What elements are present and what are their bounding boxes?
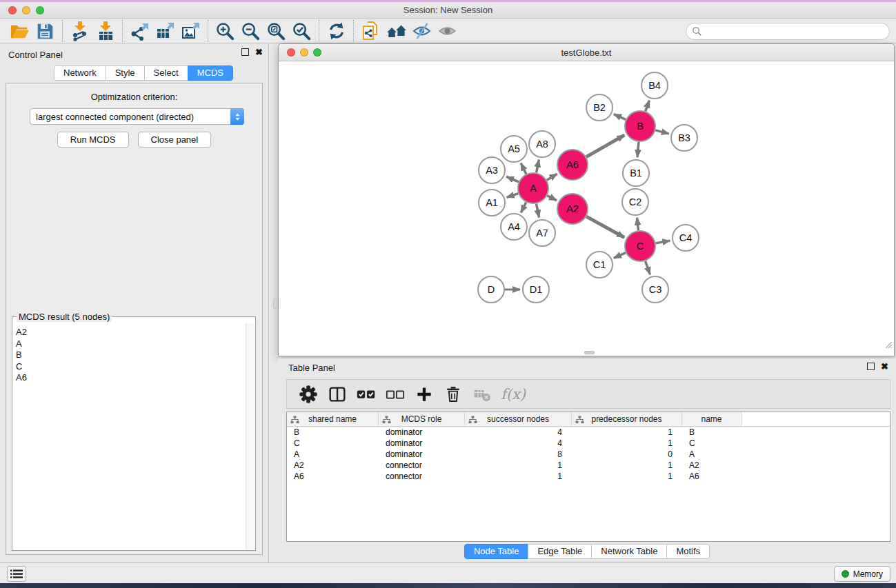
save-session-button[interactable] [32, 20, 58, 42]
export-network-button[interactable] [127, 20, 152, 42]
result-item[interactable]: A2 [14, 327, 244, 338]
search-input[interactable] [702, 25, 889, 39]
cell[interactable]: A [287, 449, 379, 460]
cell[interactable]: A6 [287, 471, 379, 482]
cell[interactable]: dominator [379, 427, 465, 438]
tab-edge-table[interactable]: Edge Table [528, 544, 592, 559]
graph-edge-A-A2[interactable] [547, 196, 557, 201]
deselect-all-button[interactable] [382, 383, 408, 406]
graph-node-A8[interactable]: A8 [529, 131, 555, 157]
cell[interactable]: A [682, 449, 741, 460]
cell[interactable]: C [682, 438, 741, 449]
graph-node-A[interactable]: A [518, 173, 548, 203]
network-canvas[interactable]: AA1A3A5A8A4A7A6A2BB1B2B3B4CC1C2C3C4DD1 [279, 62, 893, 349]
graph-node-C2[interactable]: C2 [622, 189, 648, 215]
graph-edge-A-A1[interactable] [507, 194, 519, 198]
result-list-scrollbar[interactable] [246, 323, 255, 549]
zoom-out-button[interactable] [238, 20, 263, 42]
tab-node-table[interactable]: Node Table [464, 544, 529, 559]
import-network-button[interactable] [67, 20, 92, 42]
graph-edge-B-B4[interactable] [646, 101, 650, 112]
network-graph[interactable]: AA1A3A5A8A4A7A6A2BB1B2B3B4CC1C2C3C4DD1 [279, 62, 893, 349]
close-table-panel-icon[interactable]: ✖ [881, 363, 888, 370]
column-header-MCDS-role[interactable]: MCDS role [379, 412, 465, 426]
clone-network-button[interactable] [358, 20, 384, 42]
graph-edge-A2-C[interactable] [586, 216, 624, 237]
cell[interactable]: A6 [682, 471, 741, 482]
float-panel-icon[interactable] [241, 48, 249, 56]
graph-node-A4[interactable]: A4 [501, 214, 527, 240]
graph-node-B3[interactable]: B3 [671, 125, 697, 151]
show-graphics-details-button[interactable] [435, 20, 460, 42]
graph-edge-B-B3[interactable] [655, 130, 669, 134]
task-history-button[interactable] [7, 566, 26, 582]
table-row[interactable]: A6connector11A6 [287, 471, 890, 482]
open-session-button[interactable] [7, 20, 32, 42]
graph-node-C4[interactable]: C4 [673, 225, 699, 251]
tab-motifs[interactable]: Motifs [666, 544, 710, 559]
cell[interactable]: 1 [572, 460, 682, 471]
graph-node-C1[interactable]: C1 [586, 252, 613, 278]
tab-style[interactable]: Style [106, 65, 145, 81]
cell[interactable]: 4 [465, 427, 572, 438]
graph-edge-C-C1[interactable] [614, 253, 626, 258]
graph-edge-A-A8[interactable] [537, 160, 539, 173]
table-row[interactable]: A2connector11A2 [287, 460, 890, 471]
table-row[interactable]: Adominator80A [287, 449, 890, 460]
column-header-successor-nodes[interactable]: successor nodes [465, 412, 572, 426]
tab-select[interactable]: Select [144, 65, 188, 81]
cell[interactable]: 4 [465, 438, 572, 449]
function-builder-button[interactable]: f(x) [501, 386, 526, 403]
close-panel-button[interactable]: Close panel [138, 132, 212, 148]
graph-node-C3[interactable]: C3 [642, 276, 668, 303]
cell[interactable]: 1 [572, 471, 682, 482]
delete-row-button[interactable] [440, 383, 466, 406]
graph-edge-A-A3[interactable] [506, 176, 519, 182]
zoom-selected-button[interactable] [289, 20, 315, 42]
graph-edge-B-B1[interactable] [637, 142, 639, 157]
cell[interactable]: 1 [572, 438, 682, 449]
graph-node-D1[interactable]: D1 [523, 276, 549, 303]
graph-node-A6[interactable]: A6 [557, 150, 588, 180]
cell[interactable]: B [287, 427, 379, 438]
graph-node-A7[interactable]: A7 [529, 220, 555, 246]
memory-button[interactable]: Memory [834, 566, 890, 582]
graph-node-A2[interactable]: A2 [557, 194, 588, 224]
zoom-fit-button[interactable] [263, 20, 289, 42]
graph-edge-A-A5[interactable] [521, 163, 526, 174]
show-columns-button[interactable] [324, 383, 350, 406]
export-image-button[interactable] [178, 20, 203, 42]
result-item[interactable]: A6 [14, 372, 244, 384]
cell[interactable]: connector [379, 460, 465, 471]
graph-edge-C-C4[interactable] [656, 241, 670, 243]
cell[interactable]: 1 [572, 427, 682, 438]
export-table-button[interactable] [152, 20, 178, 42]
graph-edge-A-A6[interactable] [547, 174, 557, 180]
cell[interactable]: connector [379, 471, 465, 482]
table-row[interactable]: Cdominator41C [287, 438, 890, 449]
import-table-button[interactable] [92, 20, 118, 42]
table-settings-button[interactable] [295, 383, 321, 406]
cell[interactable]: C [287, 438, 379, 449]
cell[interactable]: dominator [379, 438, 465, 449]
cell[interactable]: A2 [287, 460, 379, 471]
graph-node-A5[interactable]: A5 [501, 136, 527, 162]
float-table-panel-icon[interactable] [867, 363, 875, 370]
result-item[interactable]: A [14, 338, 244, 350]
result-item[interactable]: B [14, 349, 244, 361]
network-vertical-scrollbar[interactable] [273, 298, 277, 309]
cell[interactable]: 1 [465, 460, 572, 471]
zoom-in-button[interactable] [212, 20, 238, 42]
result-item[interactable]: C [14, 361, 244, 373]
column-header-predecessor-nodes[interactable]: predecessor nodes [572, 412, 682, 426]
close-panel-icon[interactable]: ✖ [255, 48, 263, 56]
cell[interactable]: dominator [379, 449, 465, 460]
tab-network-table[interactable]: Network Table [591, 544, 667, 559]
graph-node-D[interactable]: D [478, 276, 504, 303]
criterion-select[interactable]: largest connected component (directed) [30, 108, 244, 125]
home-button[interactable] [384, 20, 409, 42]
graph-node-A1[interactable]: A1 [479, 190, 505, 216]
cell[interactable]: B [682, 427, 741, 438]
graph-edge-B-B2[interactable] [614, 114, 626, 120]
table-row[interactable]: Bdominator41B [287, 427, 890, 438]
